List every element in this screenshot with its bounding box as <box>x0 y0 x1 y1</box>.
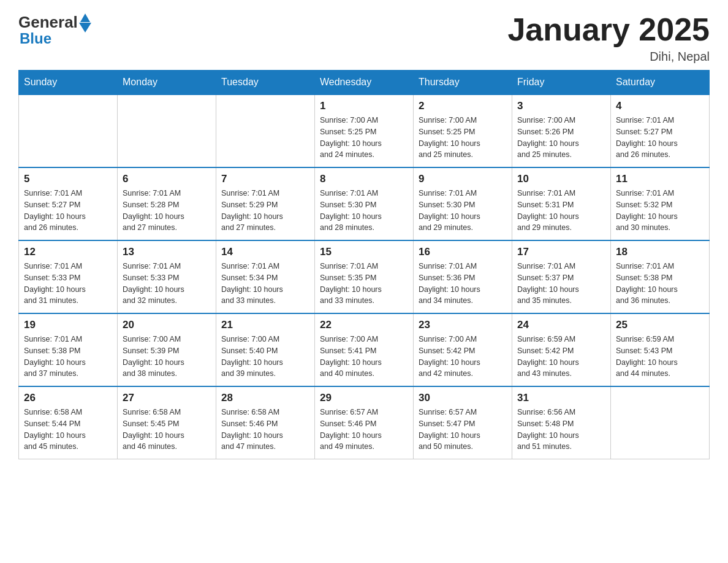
day-info: Sunrise: 7:01 AM Sunset: 5:35 PM Dayligh… <box>320 261 408 307</box>
calendar-cell: 11Sunrise: 7:01 AM Sunset: 5:32 PM Dayli… <box>611 167 710 240</box>
calendar-cell: 21Sunrise: 7:00 AM Sunset: 5:40 PM Dayli… <box>216 313 315 386</box>
calendar-week-1: 1Sunrise: 7:00 AM Sunset: 5:25 PM Daylig… <box>19 94 710 167</box>
day-number: 6 <box>123 173 211 185</box>
day-number: 17 <box>517 246 605 258</box>
calendar-cell: 18Sunrise: 7:01 AM Sunset: 5:38 PM Dayli… <box>611 240 710 313</box>
logo: General Blue <box>18 12 91 47</box>
calendar-cell: 25Sunrise: 6:59 AM Sunset: 5:43 PM Dayli… <box>611 313 710 386</box>
day-info: Sunrise: 6:57 AM Sunset: 5:46 PM Dayligh… <box>320 407 408 453</box>
day-number: 2 <box>419 100 507 112</box>
calendar-cell: 29Sunrise: 6:57 AM Sunset: 5:46 PM Dayli… <box>315 386 414 459</box>
day-info: Sunrise: 6:58 AM Sunset: 5:45 PM Dayligh… <box>123 407 211 453</box>
calendar-cell: 20Sunrise: 7:00 AM Sunset: 5:39 PM Dayli… <box>118 313 216 386</box>
day-info: Sunrise: 7:00 AM Sunset: 5:41 PM Dayligh… <box>320 334 408 380</box>
weekday-header-monday: Monday <box>118 71 216 95</box>
day-number: 13 <box>123 246 211 258</box>
day-info: Sunrise: 7:01 AM Sunset: 5:33 PM Dayligh… <box>24 261 112 307</box>
day-info: Sunrise: 6:56 AM Sunset: 5:48 PM Dayligh… <box>517 407 605 453</box>
day-info: Sunrise: 7:00 AM Sunset: 5:25 PM Dayligh… <box>419 115 507 161</box>
calendar-cell: 22Sunrise: 7:00 AM Sunset: 5:41 PM Dayli… <box>315 313 414 386</box>
weekday-header-tuesday: Tuesday <box>216 71 315 95</box>
weekday-header-wednesday: Wednesday <box>315 71 414 95</box>
calendar-cell: 9Sunrise: 7:01 AM Sunset: 5:30 PM Daylig… <box>414 167 512 240</box>
calendar-cell: 30Sunrise: 6:57 AM Sunset: 5:47 PM Dayli… <box>414 386 512 459</box>
day-info: Sunrise: 7:01 AM Sunset: 5:27 PM Dayligh… <box>24 188 112 234</box>
day-number: 3 <box>517 100 605 112</box>
calendar-cell <box>611 386 710 459</box>
day-info: Sunrise: 7:00 AM Sunset: 5:25 PM Dayligh… <box>320 115 408 161</box>
calendar-cell: 2Sunrise: 7:00 AM Sunset: 5:25 PM Daylig… <box>414 94 512 167</box>
day-number: 31 <box>517 392 605 404</box>
calendar-cell: 4Sunrise: 7:01 AM Sunset: 5:27 PM Daylig… <box>611 94 710 167</box>
title-section: January 2025 Dihi, Nepal <box>507 12 710 64</box>
calendar-cell: 7Sunrise: 7:01 AM Sunset: 5:29 PM Daylig… <box>216 167 315 240</box>
day-number: 5 <box>24 173 112 185</box>
day-number: 9 <box>419 173 507 185</box>
day-info: Sunrise: 7:01 AM Sunset: 5:30 PM Dayligh… <box>419 188 507 234</box>
day-number: 7 <box>221 173 309 185</box>
day-number: 10 <box>517 173 605 185</box>
weekday-header-thursday: Thursday <box>414 71 512 95</box>
day-info: Sunrise: 7:00 AM Sunset: 5:39 PM Dayligh… <box>123 334 211 380</box>
day-info: Sunrise: 7:01 AM Sunset: 5:27 PM Dayligh… <box>616 115 704 161</box>
day-info: Sunrise: 6:58 AM Sunset: 5:44 PM Dayligh… <box>24 407 112 453</box>
calendar-week-5: 26Sunrise: 6:58 AM Sunset: 5:44 PM Dayli… <box>19 386 710 459</box>
day-info: Sunrise: 7:00 AM Sunset: 5:26 PM Dayligh… <box>517 115 605 161</box>
calendar-cell: 24Sunrise: 6:59 AM Sunset: 5:42 PM Dayli… <box>512 313 611 386</box>
calendar-cell: 28Sunrise: 6:58 AM Sunset: 5:46 PM Dayli… <box>216 386 315 459</box>
day-number: 28 <box>221 392 309 404</box>
day-number: 27 <box>123 392 211 404</box>
day-number: 12 <box>24 246 112 258</box>
calendar-cell: 5Sunrise: 7:01 AM Sunset: 5:27 PM Daylig… <box>19 167 118 240</box>
calendar-cell <box>216 94 315 167</box>
calendar-header: SundayMondayTuesdayWednesdayThursdayFrid… <box>19 71 710 95</box>
day-info: Sunrise: 7:00 AM Sunset: 5:40 PM Dayligh… <box>221 334 309 380</box>
day-number: 18 <box>616 246 704 258</box>
logo-text-blue: Blue <box>20 30 51 47</box>
day-number: 1 <box>320 100 408 112</box>
page-header: General Blue January 2025 Dihi, Nepal <box>18 12 710 64</box>
calendar-week-3: 12Sunrise: 7:01 AM Sunset: 5:33 PM Dayli… <box>19 240 710 313</box>
logo-text-general: General <box>18 13 78 32</box>
calendar-table: SundayMondayTuesdayWednesdayThursdayFrid… <box>18 70 710 459</box>
calendar-title: January 2025 <box>507 12 710 47</box>
calendar-cell: 16Sunrise: 7:01 AM Sunset: 5:36 PM Dayli… <box>414 240 512 313</box>
day-info: Sunrise: 7:01 AM Sunset: 5:31 PM Dayligh… <box>517 188 605 234</box>
calendar-cell: 14Sunrise: 7:01 AM Sunset: 5:34 PM Dayli… <box>216 240 315 313</box>
day-number: 29 <box>320 392 408 404</box>
calendar-cell: 1Sunrise: 7:00 AM Sunset: 5:25 PM Daylig… <box>315 94 414 167</box>
day-number: 4 <box>616 100 704 112</box>
day-info: Sunrise: 6:59 AM Sunset: 5:42 PM Dayligh… <box>517 334 605 380</box>
day-info: Sunrise: 7:01 AM Sunset: 5:32 PM Dayligh… <box>616 188 704 234</box>
day-number: 15 <box>320 246 408 258</box>
day-number: 24 <box>517 319 605 331</box>
calendar-cell: 27Sunrise: 6:58 AM Sunset: 5:45 PM Dayli… <box>118 386 216 459</box>
day-number: 30 <box>419 392 507 404</box>
day-info: Sunrise: 7:00 AM Sunset: 5:42 PM Dayligh… <box>419 334 507 380</box>
calendar-cell <box>19 94 118 167</box>
calendar-cell: 13Sunrise: 7:01 AM Sunset: 5:33 PM Dayli… <box>118 240 216 313</box>
calendar-cell: 19Sunrise: 7:01 AM Sunset: 5:38 PM Dayli… <box>19 313 118 386</box>
day-number: 19 <box>24 319 112 331</box>
day-info: Sunrise: 7:01 AM Sunset: 5:28 PM Dayligh… <box>123 188 211 234</box>
calendar-body: 1Sunrise: 7:00 AM Sunset: 5:25 PM Daylig… <box>19 94 710 459</box>
calendar-cell: 12Sunrise: 7:01 AM Sunset: 5:33 PM Dayli… <box>19 240 118 313</box>
day-number: 16 <box>419 246 507 258</box>
calendar-cell: 10Sunrise: 7:01 AM Sunset: 5:31 PM Dayli… <box>512 167 611 240</box>
day-info: Sunrise: 7:01 AM Sunset: 5:33 PM Dayligh… <box>123 261 211 307</box>
calendar-cell <box>118 94 216 167</box>
calendar-cell: 23Sunrise: 7:00 AM Sunset: 5:42 PM Dayli… <box>414 313 512 386</box>
calendar-cell: 8Sunrise: 7:01 AM Sunset: 5:30 PM Daylig… <box>315 167 414 240</box>
day-info: Sunrise: 7:01 AM Sunset: 5:37 PM Dayligh… <box>517 261 605 307</box>
calendar-cell: 15Sunrise: 7:01 AM Sunset: 5:35 PM Dayli… <box>315 240 414 313</box>
day-info: Sunrise: 6:59 AM Sunset: 5:43 PM Dayligh… <box>616 334 704 380</box>
day-info: Sunrise: 7:01 AM Sunset: 5:30 PM Dayligh… <box>320 188 408 234</box>
day-number: 21 <box>221 319 309 331</box>
day-info: Sunrise: 7:01 AM Sunset: 5:29 PM Dayligh… <box>221 188 309 234</box>
day-info: Sunrise: 6:58 AM Sunset: 5:46 PM Dayligh… <box>221 407 309 453</box>
day-number: 22 <box>320 319 408 331</box>
calendar-cell: 3Sunrise: 7:00 AM Sunset: 5:26 PM Daylig… <box>512 94 611 167</box>
calendar-cell: 26Sunrise: 6:58 AM Sunset: 5:44 PM Dayli… <box>19 386 118 459</box>
calendar-cell: 17Sunrise: 7:01 AM Sunset: 5:37 PM Dayli… <box>512 240 611 313</box>
calendar-week-4: 19Sunrise: 7:01 AM Sunset: 5:38 PM Dayli… <box>19 313 710 386</box>
